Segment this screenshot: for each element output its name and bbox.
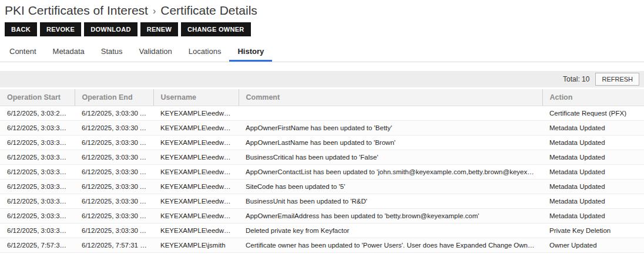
table-cell: 6/12/2025, 3:03:30 AM	[0, 180, 75, 194]
tab-content[interactable]: Content	[1, 42, 45, 62]
table-row[interactable]: 6/12/2025, 3:03:30 AM6/12/2025, 3:03:30 …	[0, 223, 644, 238]
tab-status[interactable]: Status	[93, 42, 131, 62]
table-cell: 6/12/2025, 3:03:30 AM	[75, 136, 153, 150]
table-cell: KEYEXAMPLE\eedwards	[153, 121, 239, 136]
table-cell: 6/12/2025, 7:57:31 PM	[75, 238, 153, 253]
table-cell: 6/12/2025, 3:03:30 AM	[75, 209, 153, 223]
table-row[interactable]: 6/12/2025, 3:03:30 AM6/12/2025, 3:03:30 …	[0, 165, 644, 180]
table-cell: AppOwnerLastName has been updated to 'Br…	[239, 136, 542, 150]
table-cell: KEYEXAMPLE\eedwards	[153, 165, 239, 180]
column-header-comment[interactable]: Comment	[239, 89, 542, 106]
table-cell: 6/12/2025, 3:03:30 AM	[75, 180, 153, 194]
grid-toolbar: Total: 10 REFRESH	[0, 71, 644, 87]
table-cell: Metadata Updated	[542, 121, 644, 136]
table-cell: AppOwnerContactList has been updated to …	[239, 165, 542, 180]
table-cell: KEYEXAMPLE\eedwards	[153, 223, 239, 238]
table-row[interactable]: 6/12/2025, 3:03:30 AM6/12/2025, 3:03:30 …	[0, 136, 644, 150]
action-button-row: BACKREVOKEDOWNLOADRENEWCHANGE OWNER	[0, 19, 644, 38]
table-cell: AppOwnerEmailAddress has been updated to…	[239, 209, 542, 223]
table-cell: Metadata Updated	[542, 150, 644, 165]
action-button-change-owner[interactable]: CHANGE OWNER	[181, 22, 251, 36]
table-cell: KEYEXAMPLE\eedwards	[153, 194, 239, 209]
breadcrumb: PKI Certificates of Interest › Certifica…	[5, 4, 639, 18]
table-cell: 6/12/2025, 3:03:30 AM	[75, 165, 153, 180]
table-cell: 6/12/2025, 3:03:30 AM	[75, 106, 153, 121]
table-cell: Deleted private key from Keyfactor	[239, 223, 542, 238]
table-cell: Metadata Updated	[542, 209, 644, 223]
table-cell: 6/12/2025, 3:03:29 AM	[0, 106, 75, 121]
column-header-action[interactable]: Action	[542, 89, 644, 106]
column-header-operation-end[interactable]: Operation End	[75, 89, 153, 106]
action-button-renew[interactable]: RENEW	[140, 22, 178, 36]
table-cell: 6/12/2025, 3:03:30 AM	[0, 165, 75, 180]
table-cell: 6/12/2025, 3:03:30 AM	[0, 194, 75, 209]
tab-validation[interactable]: Validation	[131, 42, 180, 62]
table-row[interactable]: 6/12/2025, 3:03:30 AM6/12/2025, 3:03:30 …	[0, 209, 644, 223]
table-cell: 6/12/2025, 3:03:30 AM	[75, 194, 153, 209]
table-cell: BusinessUnit has been updated to 'R&D'	[239, 194, 542, 209]
table-cell: 6/12/2025, 3:03:30 AM	[75, 121, 153, 136]
table-cell: 6/12/2025, 3:03:30 AM	[75, 223, 153, 238]
action-button-back[interactable]: BACK	[5, 22, 37, 36]
table-cell: KEYEXAMPLE\eedwards	[153, 136, 239, 150]
table-cell: KEYEXAMPLE\eedwards	[153, 180, 239, 194]
table-cell: Metadata Updated	[542, 165, 644, 180]
column-header-username[interactable]: Username	[153, 89, 239, 106]
table-cell: KEYEXAMPLE\jsmith	[153, 238, 239, 253]
table-row[interactable]: 6/12/2025, 3:03:30 AM6/12/2025, 3:03:30 …	[0, 194, 644, 209]
table-cell: Certificate Request (PFX)	[542, 106, 644, 121]
table-cell: KEYEXAMPLE\eedwards	[153, 106, 239, 121]
table-cell: Metadata Updated	[542, 136, 644, 150]
breadcrumb-separator-icon: ›	[148, 6, 160, 16]
table-cell: 6/12/2025, 3:03:30 AM	[0, 150, 75, 165]
table-cell: BusinessCritical has been updated to 'Fa…	[239, 150, 542, 165]
table-cell: 6/12/2025, 3:03:30 AM	[0, 121, 75, 136]
table-cell: 6/12/2025, 3:03:30 AM	[75, 150, 153, 165]
history-table-body: 6/12/2025, 3:03:29 AM6/12/2025, 3:03:30 …	[0, 106, 644, 253]
table-cell: KEYEXAMPLE\eedwards	[153, 150, 239, 165]
tab-metadata[interactable]: Metadata	[45, 42, 93, 62]
column-header-operation-start[interactable]: Operation Start	[0, 89, 75, 106]
history-table: Operation StartOperation EndUsernameComm…	[0, 89, 644, 253]
table-row[interactable]: 6/12/2025, 3:03:30 AM6/12/2025, 3:03:30 …	[0, 180, 644, 194]
table-cell	[239, 106, 542, 121]
breadcrumb-primary: PKI Certificates of Interest	[5, 4, 148, 18]
table-cell: Private Key Deletion	[542, 223, 644, 238]
table-cell: Certificate owner has been updated to 'P…	[239, 238, 542, 253]
table-row[interactable]: 6/12/2025, 3:03:30 AM6/12/2025, 3:03:30 …	[0, 150, 644, 165]
tab-locations[interactable]: Locations	[180, 42, 230, 62]
refresh-button[interactable]: REFRESH	[595, 73, 639, 86]
page-title: Certificate Details	[160, 4, 257, 18]
table-row[interactable]: 6/12/2025, 3:03:30 AM6/12/2025, 3:03:30 …	[0, 121, 644, 136]
tab-bar: ContentMetadataStatusValidationLocations…	[0, 42, 644, 62]
table-cell: Owner Updated	[542, 238, 644, 253]
page-header: PKI Certificates of Interest › Certifica…	[0, 0, 644, 19]
table-cell: 6/12/2025, 3:03:30 AM	[0, 209, 75, 223]
history-table-header-row: Operation StartOperation EndUsernameComm…	[0, 89, 644, 106]
total-count-label: Total: 10	[563, 75, 589, 83]
table-cell: 6/12/2025, 3:03:30 AM	[0, 223, 75, 238]
table-cell: SiteCode has been updated to '5'	[239, 180, 542, 194]
table-cell: Metadata Updated	[542, 194, 644, 209]
table-cell: Metadata Updated	[542, 180, 644, 194]
table-cell: 6/12/2025, 7:57:31 PM	[0, 238, 75, 253]
action-button-download[interactable]: DOWNLOAD	[84, 22, 137, 36]
table-cell: KEYEXAMPLE\eedwards	[153, 209, 239, 223]
table-row[interactable]: 6/12/2025, 7:57:31 PM6/12/2025, 7:57:31 …	[0, 238, 644, 253]
table-row[interactable]: 6/12/2025, 3:03:29 AM6/12/2025, 3:03:30 …	[0, 106, 644, 121]
table-cell: 6/12/2025, 3:03:30 AM	[0, 136, 75, 150]
table-cell: AppOwnerFirstName has been updated to 'B…	[239, 121, 542, 136]
action-button-revoke[interactable]: REVOKE	[40, 22, 81, 36]
tab-history[interactable]: History	[229, 42, 272, 62]
